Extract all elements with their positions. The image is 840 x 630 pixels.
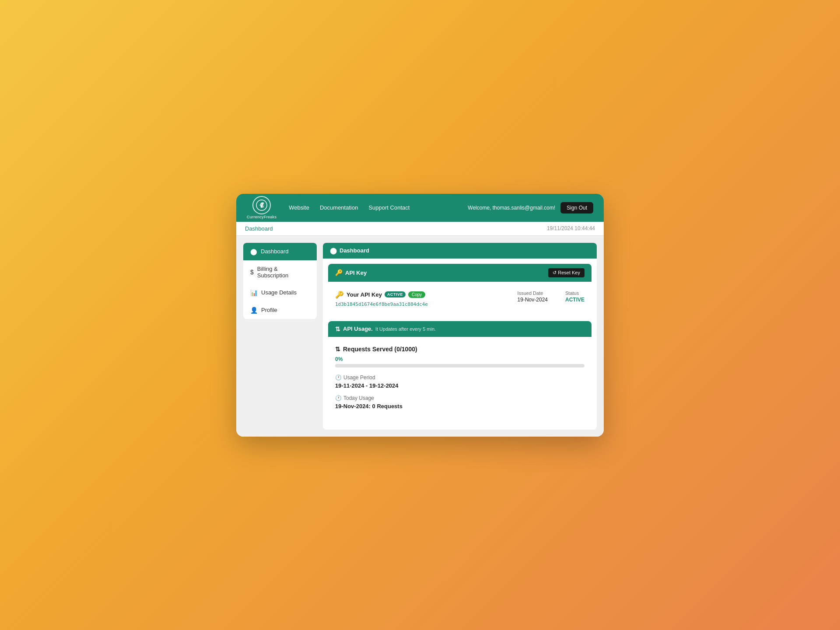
breadcrumb-bar: Dashboard 19/11/2024 10:44:44 — [236, 222, 604, 236]
api-key-card: 🔑 API Key ↺ Reset Key 🔑 Your API Ke — [328, 264, 592, 316]
sidebar-item-usage-label: Usage Details — [261, 289, 297, 296]
sidebar-item-billing-label: Billing & Subscription — [257, 266, 310, 279]
api-key-header-title: API Key — [345, 270, 367, 276]
sidebar-item-dashboard[interactable]: ⬤ Dashboard — [243, 243, 317, 260]
api-usage-header-left: ⇅ API Usage. It Updates after every 5 mi… — [335, 326, 436, 332]
api-key-wrapper: 🔑 API Key ↺ Reset Key 🔑 Your API Ke — [323, 259, 597, 321]
logo-text: CurrencyFreaks — [247, 215, 276, 219]
dashboard-title: Dashboard — [340, 247, 369, 254]
issued-date-block: Issued Date 19-Nov-2024 — [518, 290, 548, 303]
progress-label: 0% — [335, 356, 584, 362]
logo-icon: ₡ — [252, 196, 271, 214]
status-value: ACTIVE — [565, 297, 584, 303]
active-badge: ACTIVE — [385, 291, 406, 298]
progress-bar-bg — [335, 364, 584, 368]
api-key-left: 🔑 Your API Key ACTIVE Copy 1d3b1845d1674… — [335, 290, 518, 307]
usage-period-label: 🕐 Usage Period — [335, 374, 584, 381]
welcome-text: Welcome, thomas.sanlis@gmail.com! — [468, 205, 555, 211]
sidebar-item-profile-label: Profile — [261, 307, 277, 313]
sidebar-item-profile[interactable]: 👤 Profile — [243, 301, 317, 319]
nav-right: Welcome, thomas.sanlis@gmail.com! Sign O… — [468, 202, 593, 214]
api-key-value: 1d3b1845d1674e6f8be9aa31c884dc4e — [335, 301, 518, 307]
nav-links: Website Documentation Support Contact — [289, 204, 468, 211]
logo: ₡ CurrencyFreaks — [247, 196, 276, 219]
api-usage-header: ⇅ API Usage. It Updates after every 5 mi… — [328, 321, 592, 337]
usage-period-icon: 🕐 — [335, 374, 342, 381]
dashboard-header-icon: ⬤ — [330, 247, 337, 254]
api-key-header-left: 🔑 API Key — [335, 269, 367, 276]
usage-period-value: 19-11-2024 - 19-12-2024 — [335, 382, 584, 389]
key-emoji-icon: 🔑 — [335, 290, 344, 299]
status-label: Status — [565, 290, 584, 296]
usage-section: ⇅ Requests Served (0/1000) 0% 🕐 Usage — [328, 337, 592, 424]
nav-link-website[interactable]: Website — [289, 204, 309, 211]
sidebar-item-usage[interactable]: 📊 Usage Details — [243, 284, 317, 301]
breadcrumb: Dashboard — [245, 225, 273, 232]
api-key-label: Your API Key — [346, 291, 382, 298]
sign-out-button[interactable]: Sign Out — [560, 202, 593, 214]
api-usage-wrapper: ⇅ API Usage. It Updates after every 5 mi… — [323, 321, 597, 430]
api-key-label-row: 🔑 Your API Key ACTIVE Copy — [335, 290, 518, 299]
today-usage-icon: 🕐 — [335, 395, 342, 401]
requests-title-text: Requests Served (0/1000) — [343, 346, 417, 353]
nav-link-documentation[interactable]: Documentation — [320, 204, 358, 211]
api-usage-header-title: API Usage. — [343, 326, 373, 332]
timestamp: 19/11/2024 10:44:44 — [547, 225, 595, 231]
api-key-header: 🔑 API Key ↺ Reset Key — [328, 264, 592, 282]
dashboard-wrapper: ⬤ Dashboard 🔑 API Key ↺ Reset Key — [323, 243, 597, 430]
dashboard-header-left: ⬤ Dashboard — [330, 247, 369, 254]
dashboard-card-header: ⬤ Dashboard — [323, 243, 597, 259]
requests-title: ⇅ Requests Served (0/1000) — [335, 346, 584, 353]
sidebar-item-dashboard-label: Dashboard — [261, 248, 289, 255]
reset-key-button[interactable]: ↺ Reset Key — [548, 268, 584, 277]
nav-link-support[interactable]: Support Contact — [368, 204, 410, 211]
today-usage-value: 19-Nov-2024: 0 Requests — [335, 403, 584, 410]
issued-date-label: Issued Date — [518, 290, 548, 296]
sidebar: ⬤ Dashboard $ Billing & Subscription 📊 U… — [243, 243, 317, 319]
api-key-row: 🔑 Your API Key ACTIVE Copy 1d3b1845d1674… — [335, 290, 584, 307]
dashboard-icon: ⬤ — [250, 248, 257, 255]
billing-icon: $ — [250, 269, 254, 276]
copy-button[interactable]: Copy — [408, 291, 425, 298]
requests-icon: ⇅ — [335, 346, 340, 353]
api-key-section: 🔑 Your API Key ACTIVE Copy 1d3b1845d1674… — [328, 282, 592, 316]
sidebar-item-billing[interactable]: $ Billing & Subscription — [243, 260, 317, 284]
usage-header-icon: ⇅ — [335, 326, 340, 332]
nav-header: ₡ CurrencyFreaks Website Documentation S… — [236, 194, 604, 222]
key-header-icon: 🔑 — [335, 269, 343, 276]
today-usage-label: 🕐 Today Usage — [335, 395, 584, 401]
api-usage-subtitle: It Updates after every 5 min. — [375, 326, 436, 332]
usage-icon: 📊 — [250, 289, 258, 296]
dashboard-panel: ⬤ Dashboard 🔑 API Key ↺ Reset Key — [323, 243, 597, 430]
api-usage-card: ⇅ API Usage. It Updates after every 5 mi… — [328, 321, 592, 424]
usage-period-block: 🕐 Usage Period 19-11-2024 - 19-12-2024 — [335, 374, 584, 389]
profile-icon: 👤 — [250, 307, 258, 314]
status-block: Status ACTIVE — [565, 290, 584, 303]
app-window: ₡ CurrencyFreaks Website Documentation S… — [236, 194, 604, 437]
issued-date-value: 19-Nov-2024 — [518, 297, 548, 303]
api-key-meta: Issued Date 19-Nov-2024 Status ACTIVE — [518, 290, 584, 303]
main-content: ⬤ Dashboard $ Billing & Subscription 📊 U… — [236, 236, 604, 437]
today-usage-block: 🕐 Today Usage 19-Nov-2024: 0 Requests — [335, 395, 584, 410]
